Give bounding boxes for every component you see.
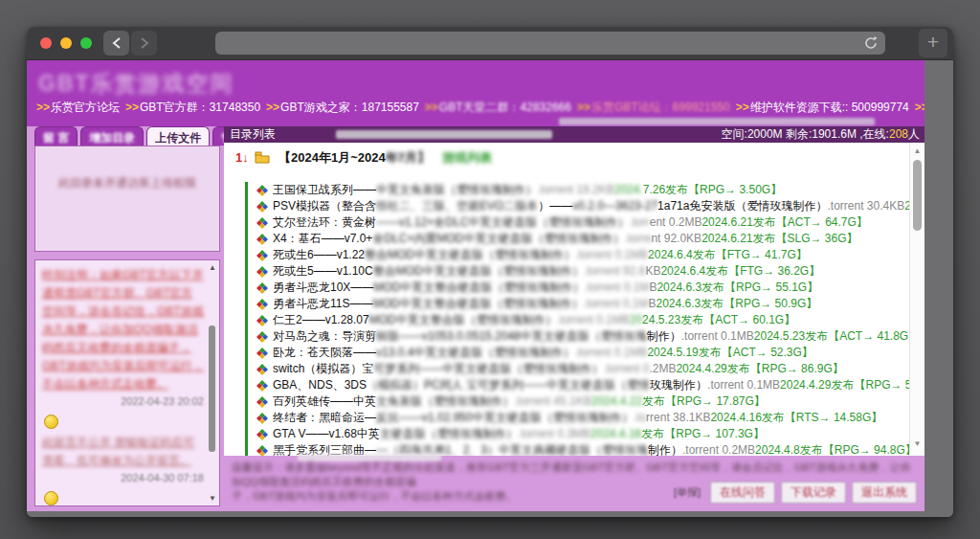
- header-link[interactable]: >>乐赏GBT论坛：699921550: [577, 101, 730, 114]
- new-tab-button[interactable]: +: [919, 29, 947, 57]
- torrent-file-icon: [256, 380, 268, 392]
- text-segment: MOD中英文整合版（爱情玫瑰制作）: [369, 312, 557, 328]
- file-row[interactable]: 勇者斗恶龙11S——MOD中英文整合硬盘版（爱情玫瑰制作） .torrent 0…: [245, 296, 924, 312]
- text-segment: .torrent 0: [603, 361, 649, 377]
- torrent-file-icon: [256, 348, 268, 359]
- text-segment: 2024.4.8发布【RPG→ 94.8G】: [755, 442, 917, 456]
- url-bar[interactable]: [215, 32, 885, 55]
- scroll-down-icon[interactable]: ▼: [209, 494, 216, 503]
- text-segment: .torrent 0.1MB: [575, 247, 648, 263]
- guestbook-scrollbar-thumb[interactable]: [209, 326, 215, 452]
- scroll-up-icon[interactable]: ▲: [910, 146, 924, 155]
- link-label: 乐赏GBT论坛：699921550: [591, 101, 730, 114]
- header-link[interactable]: >>GBT官方群：31748350: [125, 101, 260, 114]
- link-arrow-icon: >>: [736, 101, 749, 114]
- folder-row[interactable]: 1↓ 【2024年1月~2024年7月】 游戏列表: [235, 149, 492, 167]
- file-row[interactable]: 卧龙：苍天陨落——v13.0.4中英文硬盘版（爱情玫瑰制作） .torrent …: [245, 345, 924, 361]
- text-segment: .to: [634, 410, 646, 426]
- minimize-window-button[interactable]: [60, 37, 72, 49]
- page-viewport: GBT乐赏游戏空间 >>乐赏官方论坛>>GBT官方群：31748350>>GBT…: [27, 60, 953, 517]
- list-scrollbar-thumb[interactable]: [913, 160, 922, 231]
- sidebar-tab[interactable]: 留 言: [34, 126, 78, 146]
- header-links: >>乐赏官方论坛>>GBT官方群：31748350>>GBT游戏之家：18715…: [36, 100, 924, 116]
- text-segment: .torrent 0.1MB: [574, 345, 647, 361]
- text-segment: （模拟器）PC同人 宝可梦系列——中英文硬盘版（爱情: [367, 377, 650, 393]
- chevron-right-icon: [140, 37, 149, 49]
- text-segment: 整合MOD中英文硬盘版（爱情玫瑰制作）: [365, 247, 575, 263]
- close-window-button[interactable]: [40, 37, 52, 49]
- announcement-bar: 温馨提示：请多重做beyond等不正规的出处渠道，推荐GBT官方三开通那里GBT…: [224, 456, 924, 511]
- link-arrow-icon: >>: [425, 101, 438, 114]
- text-segment: 20: [630, 312, 642, 328]
- link-label: GBT官方群：31748350: [140, 101, 260, 114]
- text-segment: .torre: [624, 231, 651, 247]
- text-segment: .torrent 19.2KB: [537, 182, 614, 198]
- file-row[interactable]: X4：基石——v7.0+全DLC+内置MOD中英文硬盘版（爱情玫瑰制作） .to…: [245, 231, 924, 247]
- text-segment: .torrent 0.1MB: [707, 377, 780, 393]
- maximize-window-button[interactable]: [80, 37, 92, 49]
- torrent-file-icon: [256, 266, 268, 278]
- footer-button[interactable]: 退出系统: [852, 482, 917, 504]
- header-link[interactable]: >>GBT天堂二群：42832666: [425, 101, 571, 114]
- text-segment: 2024.6.21发布【SLG→ 36G】: [702, 231, 858, 247]
- text-segment: GTA V——v1.68中英: [273, 426, 380, 442]
- message-date: 2022-04-23 20:02: [42, 395, 204, 407]
- torrent-file-icon: [256, 282, 268, 294]
- file-row[interactable]: 百列英雄传——中英文免装版（爱情玫瑰制作） .torrent 45.1KB 20…: [245, 393, 924, 410]
- text-segment: 勇者斗恶龙11S——: [273, 296, 372, 312]
- file-row[interactable]: 对马岛之魂：导演剪辑版——v1053.0.0515.2048中英文硬盘版（爱情玫…: [245, 328, 924, 345]
- file-row[interactable]: GTA V——v1.68中英文硬盘版（爱情玫瑰制作） .torrent 0.3M…: [245, 426, 924, 442]
- header-link[interactable]: >>维护软件资源下载:: 500999774: [736, 101, 909, 114]
- sort-order-icon[interactable]: 1↓: [235, 150, 249, 165]
- text-segment: 仁王2——v1.28.07: [273, 312, 369, 328]
- text-segment: nt 92.0KB: [651, 231, 702, 247]
- text-segment: 终结者：黑暗命运—: [273, 410, 376, 426]
- text-segment: ent 0.2MB: [650, 214, 702, 231]
- sidebar-tab[interactable]: 上传文件: [146, 126, 210, 146]
- text-segment: 可梦系列——中英文硬盘版（爱情玫瑰制作）: [373, 361, 603, 377]
- text-segment: 中英文免装版（爱情玫瑰制作）: [376, 182, 537, 198]
- torrent-file-icon: [256, 396, 268, 408]
- file-row[interactable]: 死或生6——v1.22 整合MOD中英文硬盘版（爱情玫瑰制作） .torrent…: [245, 247, 924, 263]
- report-link[interactable]: [举报]: [674, 486, 701, 498]
- space-remaining-text: 空间:2000M 剩余:1901.6M ,在线:: [722, 127, 889, 141]
- torrent-file-icon: [256, 201, 268, 213]
- header-link[interactable]: >>乐赏官方论坛: [36, 101, 120, 114]
- header-link[interactable]: >>新浪微博: [915, 101, 924, 114]
- file-row[interactable]: 勇者斗恶龙10X——MOD中英文整合硬盘版（爱情玫瑰制作） .torrent 0…: [245, 280, 924, 296]
- list-scrollbar[interactable]: ▲ ▼: [909, 143, 924, 456]
- sidebar: 留 言增加目录上传文件管理区 此目录未开通访客上传权限 特别注明：如果GBT官方…: [34, 126, 222, 511]
- text-segment: .torrent 0.1M: [584, 280, 649, 296]
- text-segment: ）——: [538, 198, 572, 214]
- text-segment: 7.26发布【RPG→ 3.50G】: [643, 182, 782, 198]
- header-link[interactable]: >>GBT游戏之家：187155587: [266, 101, 419, 114]
- smiley-icon: [44, 415, 58, 429]
- text-segment: 卧龙：苍天陨落——: [273, 345, 376, 361]
- torrent-file-icon: [256, 364, 268, 375]
- text-segment: switch（模拟器）宝: [273, 361, 373, 377]
- sidebar-tab[interactable]: 增加目录: [80, 126, 144, 146]
- back-button[interactable]: [103, 31, 129, 56]
- file-row[interactable]: 死或生5——v1.10C 整合MOD中英文硬盘版（爱情玫瑰制作） .torren…: [245, 263, 924, 280]
- footer-button[interactable]: 下载记录: [781, 482, 846, 504]
- text-segment: X4：基石——v7.0+: [273, 231, 372, 247]
- browser-titlebar: +: [27, 27, 953, 60]
- reload-icon[interactable]: [863, 35, 879, 51]
- text-segment: PSV模拟器（整合含: [273, 198, 376, 214]
- footer-button[interactable]: 在线问答: [710, 482, 775, 504]
- torrent-file-icon: [256, 217, 268, 229]
- file-row[interactable]: 终结者：黑暗命运—反抗——v1.02.950中英文硬盘版（爱情玫瑰制作） .to…: [245, 410, 924, 426]
- text-segment: 发布【RPG→ 107.3G】: [641, 426, 765, 442]
- file-row[interactable]: 仁王2——v1.28.07MOD中英文整合版（爱情玫瑰制作） .torrent …: [245, 312, 924, 328]
- file-row[interactable]: GBA、NDS、3DS （模拟器）PC同人 宝可梦系列——中英文硬盘版（爱情玫瑰…: [245, 377, 924, 393]
- file-row[interactable]: 艾尔登法环：黄金树——v1.12+全DLC中英文硬盘版（爱情玫瑰制作） .tor…: [245, 214, 924, 231]
- file-row[interactable]: PSV模拟器（整合含悟社二、三版、空观EVO二版本）——v0.2.0—3623-…: [245, 198, 924, 214]
- scroll-up-icon[interactable]: ▲: [209, 263, 216, 272]
- text-segment: 悟社二、三版、空观EVO二版本: [376, 198, 538, 214]
- online-suffix: 人: [908, 127, 920, 141]
- scroll-down-icon[interactable]: ▼: [910, 439, 924, 448]
- text-segment: 死或生6——v1.22: [273, 247, 365, 263]
- file-row[interactable]: switch（模拟器）宝可梦系列——中英文硬盘版（爱情玫瑰制作） .torren…: [245, 361, 924, 377]
- forward-button[interactable]: [131, 31, 157, 56]
- file-row[interactable]: 王国保卫战系列——中英文免装版（爱情玫瑰制作） .torrent 19.2KB …: [245, 182, 924, 198]
